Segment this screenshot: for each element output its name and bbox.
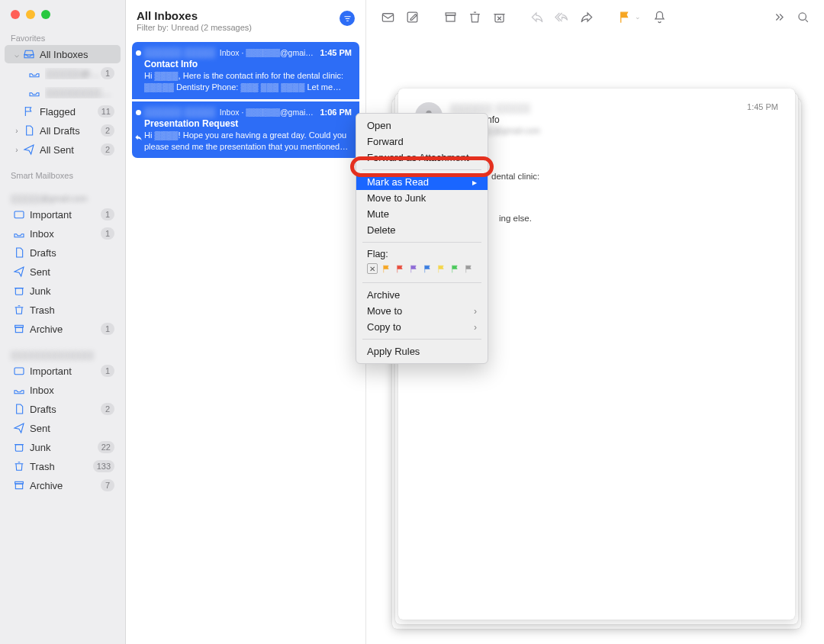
sidebar-section-favorites: Favorites (0, 30, 125, 45)
sidebar-item-drafts[interactable]: Drafts (5, 243, 121, 262)
filter-button[interactable] (340, 11, 355, 26)
chevron-down-icon[interactable]: ⌵ (12, 50, 21, 59)
sidebar-item-sent-2[interactable]: Sent (5, 419, 121, 437)
flag-color-red[interactable] (395, 264, 405, 274)
forward-button[interactable] (575, 7, 597, 27)
flag-button[interactable] (613, 7, 635, 27)
menu-item-mute[interactable]: Mute (356, 206, 488, 222)
tray-icon (22, 48, 36, 60)
archive-button[interactable] (439, 7, 461, 27)
message-mailbox: Inbox · ▒▒▒▒▒▒@gmail.com (215, 48, 314, 57)
sender-name: ▒▒▒▒▒▒ ▒▒▒▒▒ (450, 102, 747, 114)
sidebar-item-junk-2[interactable]: Junk 22 (5, 438, 121, 456)
menu-item-move-to-junk[interactable]: Move to Junk (356, 190, 488, 206)
document-icon (12, 403, 26, 415)
sidebar-item-inbox-2[interactable]: Inbox (5, 381, 121, 399)
sidebar-item-archive-2[interactable]: Archive 7 (5, 476, 121, 494)
menu-item-forward-attachment[interactable]: Forward as Attachment (356, 150, 488, 166)
sidebar-item-label: ▒▒▒▒▒▒▒▒▒▒▒▒▒ (45, 87, 114, 98)
replied-icon (134, 134, 143, 142)
sidebar-section-account1[interactable]: ▒▒▒▒▒@gmail.com (0, 190, 125, 205)
overflow-button[interactable] (768, 7, 789, 27)
window-controls[interactable] (0, 5, 125, 30)
sidebar-item-inbox-acct2[interactable]: ▒▒▒▒▒▒▒▒▒▒▒▒▒ (5, 83, 121, 101)
menu-item-open[interactable]: Open (356, 118, 488, 134)
menu-item-move-to[interactable]: Move to› (356, 303, 488, 319)
context-menu[interactable]: Open Forward Forward as Attachment Mark … (356, 113, 488, 364)
message-list-pane: All Inboxes Filter by: Unread (2 message… (126, 0, 366, 644)
compose-button[interactable] (401, 7, 423, 27)
sidebar-item-inbox-acct1[interactable]: ▒▒▒▒▒@g… 1 (5, 64, 121, 82)
get-mail-button[interactable] (377, 7, 398, 27)
menu-item-copy-to[interactable]: Copy to› (356, 319, 488, 335)
flag-icon (22, 105, 36, 118)
message-preview: Hi ▒▒▒▒! Hope you are having a great day… (144, 130, 352, 153)
unread-dot-icon (136, 50, 141, 56)
trash-icon (12, 304, 26, 316)
menu-item-forward[interactable]: Forward (356, 134, 488, 150)
sidebar-item-drafts-2[interactable]: Drafts 2 (5, 400, 121, 418)
flag-color-purple[interactable] (409, 264, 419, 274)
trash-button[interactable] (464, 7, 485, 27)
sidebar-item-label: Important (30, 209, 101, 221)
close-window-icon[interactable] (11, 10, 20, 19)
to-line: To: ▒▒▒▒▒@gmail.com (450, 126, 747, 135)
sidebar-item-label: Important (30, 365, 101, 377)
sidebar-item-label: Trash (30, 304, 114, 316)
flag-menu-caret-icon[interactable]: ⌄ (635, 13, 641, 21)
message-item[interactable]: ▒▒▒▒▒▒ ▒▒▒▒▒ Inbox · ▒▒▒▒▒▒@gmail.com 1:… (132, 42, 359, 99)
junk-icon (12, 441, 26, 453)
mute-button[interactable] (649, 7, 670, 27)
sidebar-item-label: Drafts (30, 404, 101, 415)
filter-icon (343, 14, 352, 23)
sidebar-item-inbox[interactable]: Inbox 1 (5, 224, 121, 243)
sidebar-item-archive[interactable]: Archive 1 (5, 320, 121, 338)
message-item[interactable]: ▒▒▒▒▒▒ ▒▒▒▒▒ Inbox · ▒▒▒▒▒▒@gmail.com 1:… (132, 101, 359, 159)
fullscreen-window-icon[interactable] (41, 10, 50, 19)
reply-all-button[interactable] (551, 7, 572, 27)
flag-color-gray[interactable] (464, 264, 474, 274)
sidebar-item-important-2[interactable]: Important 1 (5, 362, 121, 380)
search-button[interactable] (792, 7, 813, 27)
menu-item-mark-as-read[interactable]: Mark as Read▸ (356, 174, 488, 190)
svg-rect-0 (14, 211, 24, 218)
reply-button[interactable] (526, 7, 548, 27)
paperplane-icon (22, 143, 36, 156)
menu-item-delete[interactable]: Delete (356, 222, 488, 238)
toolbar: ⌄ (366, 0, 824, 34)
sidebar-item-flagged[interactable]: Flagged 11 (5, 102, 121, 121)
sidebar-item-trash[interactable]: Trash (5, 301, 121, 319)
message-time: 1:45 PM (314, 48, 352, 57)
sidebar-item-junk[interactable]: Junk (5, 282, 121, 300)
message-subject: Presentation Request (144, 118, 352, 129)
flag-color-yellow[interactable] (436, 264, 446, 274)
menu-item-archive[interactable]: Archive (356, 287, 488, 303)
chevron-right-icon[interactable]: › (12, 127, 21, 135)
sidebar-section-account2[interactable]: ▒▒▒▒▒▒▒▒▒▒▒▒▒▒ (0, 346, 125, 362)
chevron-right-icon[interactable]: › (12, 146, 21, 154)
flag-color-green[interactable] (450, 264, 460, 274)
paperplane-icon (12, 422, 26, 434)
list-filter-sub[interactable]: Filter by: Unread (2 messages) (137, 23, 340, 32)
menu-item-apply-rules[interactable]: Apply Rules (356, 343, 488, 359)
flag-clear-button[interactable]: ✕ (367, 263, 378, 274)
minimize-window-icon[interactable] (26, 10, 35, 19)
count-badge: 2 (101, 124, 114, 137)
sidebar-item-sent[interactable]: Sent (5, 262, 121, 281)
flag-color-blue[interactable] (423, 264, 433, 274)
sidebar: Favorites ⌵ All Inboxes ▒▒▒▒▒@g… 1 ▒▒▒▒▒… (0, 0, 126, 644)
message-time: 1:06 PM (314, 108, 352, 117)
sidebar-item-important[interactable]: Important 1 (5, 205, 121, 224)
sidebar-item-all-inboxes[interactable]: ⌵ All Inboxes (5, 45, 121, 63)
sidebar-item-label: All Sent (40, 144, 101, 156)
flag-color-orange[interactable] (381, 264, 391, 274)
svg-rect-3 (15, 327, 22, 333)
submenu-arrow-icon: › (474, 322, 477, 333)
sidebar-item-label: Drafts (30, 247, 114, 259)
sidebar-item-all-sent[interactable]: › All Sent 2 (5, 140, 121, 159)
junk-button[interactable] (488, 7, 510, 27)
sidebar-item-trash-2[interactable]: Trash 133 (5, 457, 121, 475)
tray-icon (27, 86, 41, 98)
svg-rect-1 (15, 288, 22, 295)
sidebar-item-all-drafts[interactable]: › All Drafts 2 (5, 121, 121, 140)
